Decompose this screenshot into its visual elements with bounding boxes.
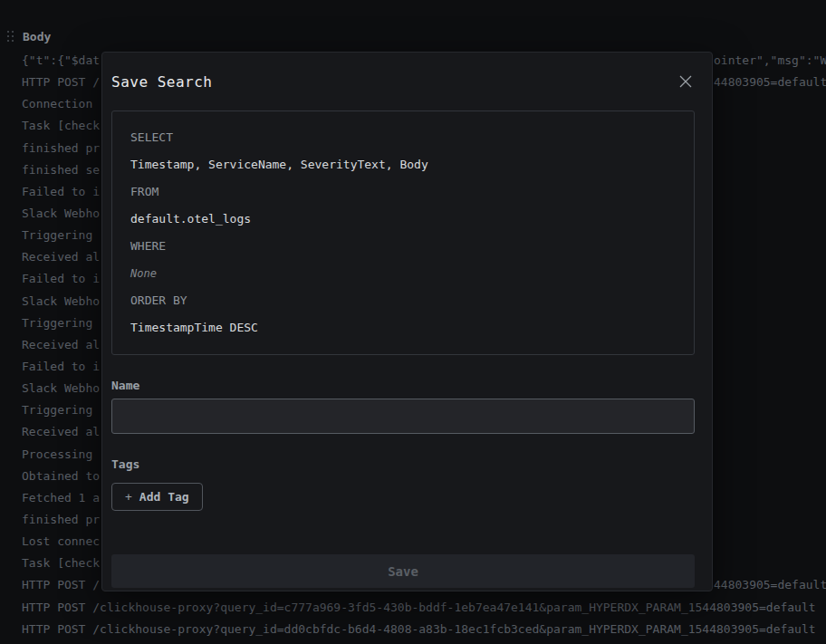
add-tag-label: Add Tag xyxy=(139,490,189,504)
log-row-text: Failed to i xyxy=(22,272,100,285)
log-row-text: Lost connec xyxy=(22,534,100,548)
query-clause-label: FROM xyxy=(130,178,676,206)
log-row-text: Received al xyxy=(22,338,100,351)
tags-field-label: Tags xyxy=(111,457,695,472)
log-row-text: Failed to i xyxy=(22,185,100,198)
close-icon xyxy=(678,74,693,89)
log-row-text: HTTP POST / xyxy=(22,75,100,89)
add-tag-button[interactable]: + Add Tag xyxy=(111,483,203,511)
log-row-text: Failed to i xyxy=(22,360,100,373)
log-row-text: Fetched 1 a xyxy=(22,491,100,505)
query-clause-value: TimestampTime DESC xyxy=(130,314,676,341)
log-row-text: Triggering xyxy=(22,316,100,330)
log-row-text: Connection xyxy=(22,97,100,111)
log-row-text-right: 44803905=default xyxy=(714,75,826,89)
query-section: FROM default.otel_logs xyxy=(130,178,676,233)
query-clause-label: ORDER BY xyxy=(130,287,676,314)
log-row-text: Slack Webho xyxy=(22,381,100,395)
log-column-header: Body xyxy=(7,30,51,43)
log-row-text: HTTP POST /clickhouse-proxy?query_id=dd0… xyxy=(22,622,816,636)
log-row-text: Obtained to xyxy=(22,469,100,483)
log-row-text-right: 44803905=default xyxy=(714,578,826,591)
modal-header: Save Search xyxy=(111,72,695,91)
log-row-text: {"t":{"$dat xyxy=(22,53,100,67)
name-field-label: Name xyxy=(111,379,695,393)
log-row-text: Task [check xyxy=(22,119,100,132)
name-input[interactable] xyxy=(111,399,695,434)
log-row-text: finished se xyxy=(22,163,100,177)
log-row-text: Received al xyxy=(22,425,100,438)
column-header-label: Body xyxy=(23,30,51,43)
query-clause-label: WHERE xyxy=(130,233,676,260)
log-row-text: HTTP POST /clickhouse-proxy?query_id=c77… xyxy=(22,601,816,614)
log-row-text-right: ointer","msg":"W xyxy=(714,53,826,67)
query-clause-label: SELECT xyxy=(130,124,676,151)
plus-icon: + xyxy=(125,490,132,504)
log-row-text: Slack Webho xyxy=(22,294,100,308)
log-row[interactable]: HTTP POST /clickhouse-proxy?query_id=dd0… xyxy=(0,619,826,640)
drag-handle-icon[interactable] xyxy=(7,31,14,43)
query-section: ORDER BY TimestampTime DESC xyxy=(130,287,676,341)
close-button[interactable] xyxy=(677,72,695,91)
log-row-text: Slack Webho xyxy=(22,207,100,220)
modal-title: Save Search xyxy=(111,73,212,91)
query-clause-value: default.otel_logs xyxy=(130,206,676,233)
log-row-text: finished pr xyxy=(22,141,100,155)
log-row-text: Triggering xyxy=(22,403,100,417)
query-clause-value: None xyxy=(130,260,676,287)
log-row-text: HTTP POST / xyxy=(22,578,100,591)
query-clause-value: Timestamp, ServiceName, SeverityText, Bo… xyxy=(130,151,676,178)
query-preview-box: SELECT Timestamp, ServiceName, SeverityT… xyxy=(111,111,695,355)
query-section: SELECT Timestamp, ServiceName, SeverityT… xyxy=(130,124,676,178)
app-window: Body {"t":{"$dat ointer","msg":"W HTTP P… xyxy=(0,0,826,644)
save-search-modal: Save Search SELECT Timestamp, ServiceNam… xyxy=(101,52,713,591)
log-row[interactable]: HTTP POST /clickhouse-proxy?query_id=c77… xyxy=(0,597,826,619)
log-row-text: Processing xyxy=(22,447,100,461)
log-row-text: finished pr xyxy=(22,513,100,526)
query-section: WHERE None xyxy=(130,233,676,287)
log-row-text: Received al xyxy=(22,250,100,264)
save-button[interactable]: Save xyxy=(111,554,695,588)
log-row-text: Triggering xyxy=(22,228,100,242)
log-row-text: Task [check xyxy=(22,556,100,570)
